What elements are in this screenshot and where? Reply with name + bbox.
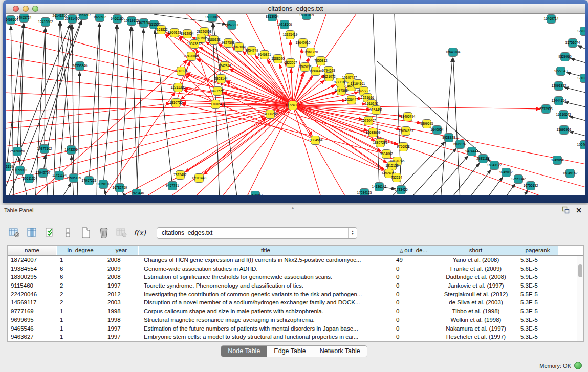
graph-node-9146821[interactable]: 9146821 — [258, 51, 271, 59]
graph-edge[interactable] — [53, 21, 60, 195]
graph-node-9899695[interactable]: 9899695 — [420, 120, 433, 128]
graph-node-6466160[interactable]: 6466160 — [111, 15, 124, 24]
delete-table-icon[interactable] — [98, 227, 110, 239]
graph-edge[interactable] — [60, 21, 71, 150]
zoom-button[interactable] — [32, 6, 38, 12]
graph-node-13505135[interactable]: 13505135 — [67, 174, 81, 183]
graph-node-14671358[interactable]: 14671358 — [137, 19, 151, 28]
graph-edge[interactable] — [578, 46, 585, 49]
graph-edge[interactable] — [213, 23, 237, 195]
graph-node-8912954[interactable]: 8912954 — [181, 30, 194, 38]
graph-edge[interactable] — [293, 105, 552, 195]
function-builder-icon[interactable]: f(x) — [134, 227, 146, 239]
graph-node-8186328[interactable]: 8186328 — [207, 36, 221, 45]
graph-node-12213383[interactable]: 12213383 — [171, 83, 186, 92]
graph-node-9474444[interactable]: 9474444 — [465, 147, 478, 156]
graph-node-12444154[interactable]: 12444154 — [552, 97, 567, 105]
graph-edge[interactable] — [245, 105, 293, 195]
graph-edge[interactable] — [571, 58, 585, 63]
import-table-icon[interactable] — [116, 227, 128, 239]
graph-node-26143250[interactable]: 26143250 — [53, 14, 68, 20]
graph-node-1527602[interactable]: 1527602 — [93, 14, 106, 22]
graph-node-17539947[interactable]: 17539947 — [248, 191, 263, 196]
graph-node-17957223[interactable]: 17957223 — [82, 177, 97, 185]
graph-node-6822057[interactable]: 6822057 — [284, 59, 297, 68]
table-row[interactable]: 2242004622012Investigating the contribut… — [8, 290, 583, 299]
graph-node-9329966[interactable]: 9329966 — [558, 53, 572, 61]
tab-network-table[interactable]: Network Table — [313, 346, 367, 357]
graph-node-18495794[interactable]: 18495794 — [401, 113, 416, 121]
new-table-icon[interactable] — [80, 227, 92, 239]
tab-edge-table[interactable]: Edge Table — [267, 346, 313, 357]
graph-node-16083109[interactable]: 16083109 — [299, 14, 314, 20]
graph-node-10958107[interactable]: 10958107 — [96, 180, 111, 189]
graph-node-6879197[interactable]: 6879197 — [453, 140, 467, 149]
graph-edge[interactable] — [199, 118, 266, 178]
graph-edge[interactable] — [453, 58, 460, 195]
graph-node-8454749[interactable]: 8454749 — [245, 47, 258, 55]
graph-edge[interactable] — [293, 105, 347, 195]
graph-node-15751074[interactable]: 15751074 — [565, 39, 580, 48]
column-header-short[interactable]: short — [434, 246, 517, 255]
graph-edge[interactable] — [132, 27, 138, 195]
column-header-out_degree[interactable]: △ out_de... — [393, 246, 434, 255]
table-row[interactable]: 946362711997Embryonic stem cells: a mode… — [8, 333, 583, 341]
graph-node-16469714[interactable]: 16469714 — [544, 15, 559, 24]
graph-node-9227343[interactable]: 9227343 — [554, 67, 568, 76]
graph-node-19654923[interactable]: 19654923 — [399, 127, 413, 136]
graph-node-9245054[interactable]: 9245054 — [551, 156, 564, 165]
graph-edge[interactable] — [6, 105, 293, 146]
table-row[interactable]: 977716911998Corpus callosum shape and si… — [8, 307, 583, 316]
graph-edge[interactable] — [115, 105, 293, 195]
graph-edge[interactable] — [293, 105, 585, 164]
graph-edge[interactable] — [120, 27, 131, 188]
graph-edge[interactable] — [377, 61, 490, 162]
graph-node-20353346[interactable]: 20353346 — [73, 62, 88, 71]
minimize-button[interactable] — [23, 6, 29, 12]
graph-edge[interactable] — [429, 156, 468, 195]
graph-edge[interactable] — [293, 49, 302, 105]
close-panel-icon[interactable]: ✕ — [576, 207, 582, 214]
graph-node-9245012[interactable]: 9245012 — [499, 168, 513, 177]
graph-node-16469564[interactable]: 16469564 — [6, 16, 18, 25]
graph-node-19377162[interactable]: 19377162 — [37, 145, 52, 154]
graph-edge[interactable] — [212, 23, 220, 195]
table-row[interactable]: 1872400712008Changes of HCN gene express… — [8, 256, 583, 265]
graph-node-1990448[interactable]: 1990448 — [309, 67, 322, 76]
graph-node-16045162[interactable]: 16045162 — [563, 169, 578, 178]
graph-edge[interactable] — [569, 116, 585, 121]
graph-edge[interactable] — [123, 192, 127, 195]
graph-edge[interactable] — [97, 23, 100, 195]
graph-node-16943122[interactable]: 16943122 — [487, 161, 502, 170]
graph-node-8215953[interactable]: 8215953 — [539, 105, 553, 114]
panel-resize-handle[interactable]: ▴ — [292, 205, 294, 210]
graph-node-17034125[interactable]: 17034125 — [357, 189, 372, 196]
graph-edge[interactable] — [521, 190, 528, 195]
graph-node-19218506[interactable]: 19218506 — [277, 20, 292, 29]
table-row[interactable]: 911546021997Tourette syndrome. Phenomeno… — [8, 281, 583, 290]
graph-node-14136141[interactable]: 14136141 — [372, 183, 387, 191]
graph-node-12410562[interactable]: 12410562 — [38, 18, 53, 27]
close-button[interactable] — [13, 6, 19, 12]
graph-node-16911443[interactable]: 16911443 — [192, 174, 207, 183]
graph-edge[interactable] — [6, 21, 293, 105]
scrollbar-thumb[interactable] — [578, 264, 582, 277]
graph-edge[interactable] — [293, 105, 400, 130]
graph-edge[interactable] — [570, 132, 585, 136]
column-header-title[interactable]: title — [139, 246, 393, 255]
graph-edge[interactable] — [61, 183, 71, 195]
graph-node-18640910[interactable]: 18640910 — [296, 39, 311, 48]
graph-edge[interactable] — [6, 75, 293, 105]
network-canvas[interactable]: 1646956414055724124105622614325020891406… — [6, 14, 585, 195]
graph-node-12651342[interactable]: 12651342 — [511, 175, 526, 184]
graph-edge[interactable] — [486, 177, 503, 195]
graph-edge[interactable] — [564, 102, 585, 107]
graph-edge[interactable] — [6, 103, 170, 123]
graph-node-14055724[interactable]: 14055724 — [17, 14, 32, 23]
column-header-in_degree[interactable]: in_degree — [57, 246, 104, 255]
graph-node-2935188[interactable]: 2935188 — [476, 155, 490, 163]
unselect-all-icon[interactable] — [62, 227, 74, 239]
graph-edge[interactable] — [293, 105, 585, 187]
column-header-year[interactable]: year — [104, 246, 139, 255]
graph-node-16961758[interactable]: 16961758 — [303, 48, 318, 57]
